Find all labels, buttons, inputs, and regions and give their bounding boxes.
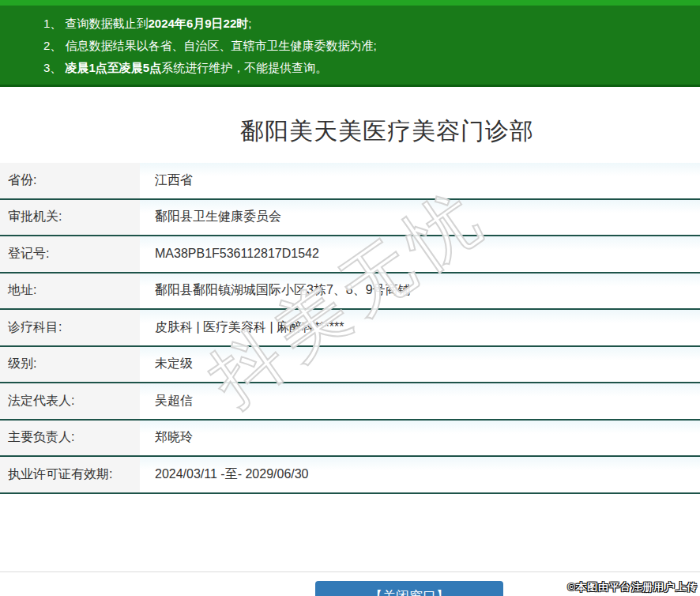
notice-text: 3、 (43, 61, 66, 74)
row-value: 江西省 (140, 163, 700, 198)
table-row-province: 省份: 江西省 (0, 163, 700, 200)
notice-text: 2、 信息数据结果以各省、自治区、直辖市卫生健康委数据为准; (43, 39, 377, 52)
table-row-license-validity: 执业许可证有效期: 2024/03/11 -至- 2029/06/30 (0, 457, 700, 494)
page-title: 鄱阳美天美医疗美容门诊部 (240, 118, 534, 144)
row-value: 郑晓玲 (140, 421, 700, 456)
row-value: 未定级 (140, 347, 700, 383)
notice-banner: 1、 查询数据截止到2024年6月9日22时; 2、 信息数据结果以各省、自治区… (0, 0, 700, 87)
table-row-registration-number: 登记号: MA38PB1F536112817D1542 (0, 236, 700, 273)
row-label: 执业许可证有效期: (0, 457, 140, 492)
title-container: 鄱阳美天美医疗美容门诊部 (0, 87, 700, 163)
table-row-address: 地址: 鄱阳县鄱阳镇湖城国际小区3栋7、8、9号商铺 (0, 273, 700, 311)
notice-text: 1、 查询数据截止到 (43, 17, 149, 30)
row-value: 鄱阳县卫生健康委员会 (140, 200, 700, 236)
row-label: 登记号: (0, 236, 140, 272)
row-value: 鄱阳县鄱阳镇湖城国际小区3栋7、8、9号商铺 (140, 273, 700, 309)
notice-line-1: 1、 查询数据截止到2024年6月9日22时; (43, 13, 692, 35)
institution-info-table: 省份: 江西省 审批机关: 鄱阳县卫生健康委员会 登记号: MA38PB1F53… (0, 163, 700, 494)
notice-text: ; (248, 17, 251, 30)
bottom-divider (0, 571, 700, 572)
row-label: 地址: (0, 273, 140, 309)
notice-text: 系统进行维护，不能提供查询。 (161, 61, 327, 74)
table-row-approval-authority: 审批机关: 鄱阳县卫生健康委员会 (0, 200, 700, 237)
row-label: 省份: (0, 163, 140, 198)
query-result-page: 1、 查询数据截止到2024年6月9日22时; 2、 信息数据结果以各省、自治区… (0, 0, 700, 596)
row-label: 法定代表人: (0, 383, 140, 419)
table-row-main-person-in-charge: 主要负责人: 郑晓玲 (0, 421, 700, 458)
notice-bold-text: 2024年6月9日22时 (149, 17, 249, 30)
row-value: 2024/03/11 -至- 2029/06/30 (140, 457, 700, 492)
row-value: MA38PB1F536112817D1542 (140, 236, 700, 272)
row-value: 皮肤科 | 医疗美容科 | 麻醉科****** (140, 310, 700, 345)
table-row-level: 级别: 未定级 (0, 347, 700, 384)
notice-bold-text: 凌晨1点至凌晨5点 (66, 61, 162, 74)
row-label: 诊疗科目: (0, 310, 140, 345)
close-window-button[interactable]: 【关闭窗口】 (315, 581, 503, 596)
row-label: 级别: (0, 347, 140, 383)
photo-credit-overlay: ©本图由平台注册用户上传 (567, 580, 698, 594)
table-row-medical-subjects: 诊疗科目: 皮肤科 | 医疗美容科 | 麻醉科****** (0, 310, 700, 347)
notice-line-3: 3、 凌晨1点至凌晨5点系统进行维护，不能提供查询。 (43, 57, 692, 79)
notice-line-2: 2、 信息数据结果以各省、自治区、直辖市卫生健康委数据为准; (43, 35, 692, 57)
row-label: 审批机关: (0, 200, 140, 236)
row-value: 吴超信 (140, 383, 700, 419)
table-row-legal-representative: 法定代表人: 吴超信 (0, 383, 700, 421)
row-label: 主要负责人: (0, 421, 140, 456)
